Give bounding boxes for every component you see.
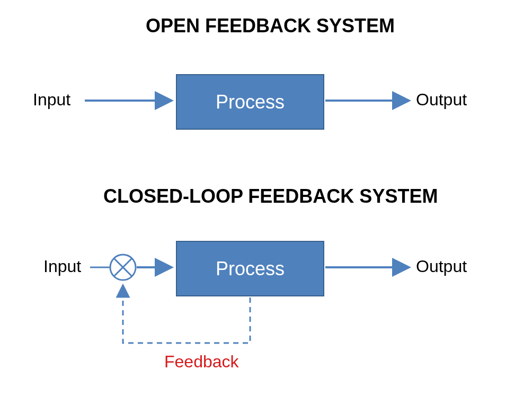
feedback-label: Feedback xyxy=(164,352,239,372)
open-system-title: OPEN FEEDBACK SYSTEM xyxy=(146,15,395,37)
open-output-label: Output xyxy=(416,90,467,110)
closed-process-block: Process xyxy=(176,241,324,296)
summing-junction-icon xyxy=(110,255,136,280)
svg-point-0 xyxy=(110,255,136,280)
svg-line-1 xyxy=(114,258,132,276)
open-process-block: Process xyxy=(176,74,324,130)
open-input-label: Input xyxy=(33,90,70,110)
open-process-label: Process xyxy=(216,91,285,113)
closed-output-label: Output xyxy=(416,257,467,276)
svg-line-2 xyxy=(114,258,132,276)
closed-process-label: Process xyxy=(216,258,285,280)
closed-system-title: CLOSED-LOOP FEEDBACK SYSTEM xyxy=(103,185,438,207)
closed-input-label: Input xyxy=(43,257,81,276)
